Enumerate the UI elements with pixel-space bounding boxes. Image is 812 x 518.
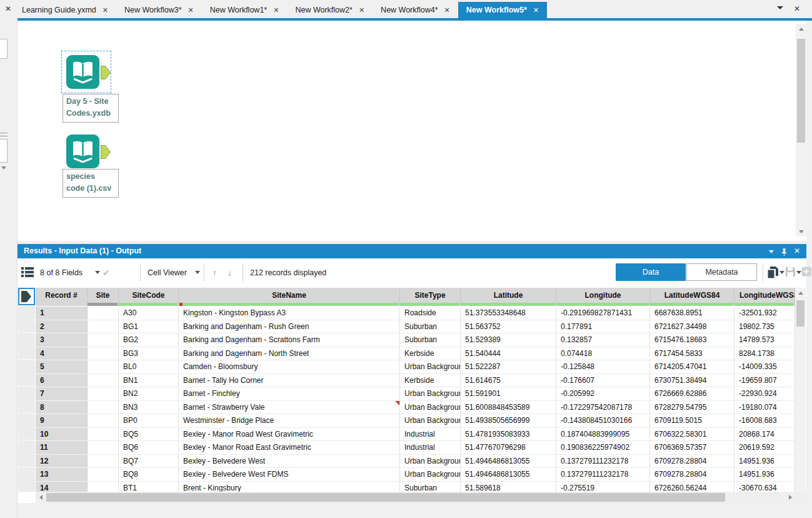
- cell-latitude[interactable]: 51.4946486813055: [461, 468, 556, 482]
- table-row[interactable]: 8BN3Barnet - Strawberry ValeUrban Backgr…: [36, 401, 795, 415]
- workflow-tab[interactable]: New Workflow3*✕: [116, 2, 202, 18]
- cell-latitudewgs84[interactable]: 6726260.56244: [650, 482, 734, 492]
- cell-sitecode[interactable]: BL0: [119, 360, 179, 374]
- column-header-longitudewgs84[interactable]: LongitudeWGS84: [734, 288, 795, 306]
- cell-latitude[interactable]: 51.589618: [461, 482, 556, 492]
- cell-longitude[interactable]: 0.137279111232178: [556, 468, 650, 482]
- input-data-tool[interactable]: [66, 135, 99, 168]
- fields-dropdown[interactable]: 8 of 8 Fields: [40, 258, 83, 287]
- cell-sitetype[interactable]: Kerbside: [400, 374, 461, 388]
- cell-longitude[interactable]: -0.291969827871431: [556, 307, 650, 320]
- cell-sitename[interactable]: Bexley - Belvedere West FDMS: [179, 468, 400, 482]
- cell-longitude[interactable]: 0.074418: [556, 347, 650, 361]
- cell-sitetype[interactable]: Suburban: [400, 320, 461, 334]
- column-header-sitecode[interactable]: SiteCode: [119, 288, 179, 306]
- table-row[interactable]: 14BT1Brent - KingsburySuburban51.589618-…: [36, 482, 795, 492]
- output-anchor-icon[interactable]: [101, 145, 111, 159]
- save-icon[interactable]: [785, 267, 796, 280]
- cell-record[interactable]: 2: [36, 320, 88, 334]
- table-row[interactable]: 13BQ8Bexley - Belvedere West FDMSUrban B…: [36, 468, 795, 482]
- cell-longitudewgs84[interactable]: 20868.174: [734, 428, 795, 442]
- cell-latitudewgs84[interactable]: 6709278.28804: [650, 455, 734, 469]
- cell-sitecode[interactable]: BN1: [119, 374, 179, 388]
- cell-longitudewgs84[interactable]: 20619.592: [734, 441, 795, 455]
- cell-latitudewgs84[interactable]: 6709278.28804: [650, 468, 734, 482]
- copy-icon[interactable]: [768, 267, 778, 281]
- scroll-left-icon[interactable]: [36, 492, 46, 503]
- grid-vertical-scrollbar[interactable]: [795, 288, 806, 503]
- select-all-anchor[interactable]: [18, 288, 35, 305]
- cell-sitetype[interactable]: Industrial: [400, 428, 461, 442]
- cell-site[interactable]: [88, 482, 119, 492]
- cell-record[interactable]: 10: [36, 428, 88, 442]
- cell-record[interactable]: 1: [36, 307, 88, 320]
- cell-longitudewgs84[interactable]: -19180.074: [734, 401, 795, 415]
- table-row[interactable]: 12BQ7Bexley - Belvedere WestUrban Backgr…: [36, 455, 795, 469]
- table-row[interactable]: 10BQ5Bexley - Manor Road West Gravimetri…: [36, 428, 795, 442]
- cell-longitudewgs84[interactable]: 19802.735: [734, 320, 795, 334]
- scroll-down-icon[interactable]: [796, 226, 806, 236]
- cell-sitename[interactable]: Barnet - Strawberry Vale: [179, 401, 400, 415]
- cell-latitudewgs84[interactable]: 6687638.8951: [650, 307, 734, 320]
- close-icon[interactable]: ✕: [794, 244, 800, 258]
- table-row[interactable]: 1A30Kingston - Kingston Bypass A3Roadsid…: [36, 307, 795, 320]
- cell-site[interactable]: [88, 333, 119, 347]
- cell-latitude[interactable]: 51.522287: [461, 360, 556, 374]
- output-anchor-icon[interactable]: [101, 66, 111, 79]
- workflow-tab[interactable]: Learning Guide.yxmd✕: [14, 2, 116, 18]
- cell-site[interactable]: [88, 374, 119, 388]
- cell-record[interactable]: 3: [36, 333, 88, 347]
- cell-sitecode[interactable]: A30: [119, 307, 179, 320]
- chevron-down-icon[interactable]: [195, 271, 200, 274]
- cell-sitetype[interactable]: Urban Background: [400, 360, 461, 374]
- column-header-latitudewgs84[interactable]: LatitudeWGS84: [650, 288, 734, 306]
- sort-down-icon[interactable]: ↓: [228, 258, 232, 287]
- cell-sitetype[interactable]: Kerbside: [400, 347, 461, 361]
- sort-up-icon[interactable]: ↑: [213, 258, 217, 287]
- cell-longitudewgs84[interactable]: -32501.932: [734, 307, 795, 320]
- cell-sitetype[interactable]: Urban Background: [400, 468, 461, 482]
- cell-longitude[interactable]: -0.143808451030166: [556, 414, 650, 428]
- workflow-tab[interactable]: New Workflow2*✕: [287, 2, 373, 18]
- cell-longitude[interactable]: 0.187404883999095: [556, 428, 650, 442]
- column-header-sitename[interactable]: SiteName: [179, 288, 400, 306]
- table-row[interactable]: 9BP0Westminster - Bridge PlaceUrban Back…: [36, 414, 795, 428]
- cell-longitudewgs84[interactable]: -16008.683: [734, 414, 795, 428]
- cell-sitename[interactable]: Brent - Kingsbury: [179, 482, 400, 492]
- cell-site[interactable]: [88, 428, 119, 442]
- cell-sitecode[interactable]: BG1: [119, 320, 179, 334]
- table-row[interactable]: 11BQ6Bexley - Manor Road East Gravimetri…: [36, 441, 795, 455]
- panel-menu-chevron-down-icon[interactable]: [769, 250, 774, 253]
- cell-site[interactable]: [88, 347, 119, 361]
- cell-latitude[interactable]: 51.540444: [461, 347, 556, 361]
- workflow-tab[interactable]: New Workflow1*✕: [202, 2, 288, 18]
- cell-sitename[interactable]: Camden - Bloomsbury: [179, 360, 400, 374]
- cell-longitude[interactable]: 0.137279111232178: [556, 455, 650, 469]
- scrollbar-thumb[interactable]: [797, 39, 805, 143]
- cell-longitudewgs84[interactable]: -22930.924: [734, 387, 795, 401]
- scroll-up-icon[interactable]: [796, 24, 806, 34]
- tab-close-icon[interactable]: ✕: [103, 6, 108, 14]
- column-header-longitude[interactable]: Longitude: [556, 288, 650, 306]
- apply-check-icon[interactable]: ✔: [103, 258, 110, 287]
- cell-longitude[interactable]: -0.176607: [556, 374, 650, 388]
- table-row[interactable]: 4BG3Barking and Dagenham - North StreetK…: [36, 347, 795, 361]
- cell-sitename[interactable]: Bexley - Belvedere West: [179, 455, 400, 469]
- row-selector-gutter[interactable]: [18, 306, 35, 492]
- cell-latitude[interactable]: 51.591901: [461, 387, 556, 401]
- cell-longitude[interactable]: -0.205992: [556, 387, 650, 401]
- cell-sitename[interactable]: Barking and Dagenham - North Street: [179, 347, 400, 361]
- cell-longitudewgs84[interactable]: 14951.936: [734, 468, 795, 482]
- table-row[interactable]: 3BG2Barking and Dagenham - Scrattons Far…: [36, 333, 795, 347]
- cell-latitude[interactable]: 51.4781935083933: [461, 428, 556, 442]
- results-title-bar[interactable]: Results - Input Data (1) - Output ✕: [18, 244, 806, 258]
- cell-latitude[interactable]: 51.614675: [461, 374, 556, 388]
- cell-site[interactable]: [88, 307, 119, 320]
- cell-latitudewgs84[interactable]: 6726669.62886: [650, 387, 734, 401]
- cell-longitude[interactable]: -0.275519: [556, 482, 650, 492]
- cell-viewer-dropdown[interactable]: Cell Viewer: [148, 258, 187, 287]
- cell-longitude[interactable]: -0.172297542087178: [556, 401, 650, 415]
- cell-record[interactable]: 7: [36, 387, 88, 401]
- cell-sitetype[interactable]: Urban Background: [400, 387, 461, 401]
- cell-sitename[interactable]: Barnet - Tally Ho Corner: [179, 374, 400, 388]
